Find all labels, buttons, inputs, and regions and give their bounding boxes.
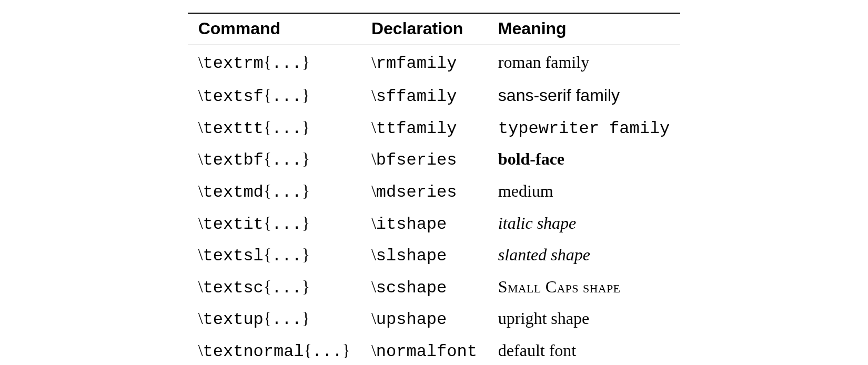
table-row: \textsc{...}\scshapeSmall Caps shape bbox=[188, 275, 681, 307]
declaration-name: slshape bbox=[376, 246, 447, 266]
cell-command: \textsf{...} bbox=[188, 84, 361, 116]
cell-meaning: bold-face bbox=[488, 147, 680, 179]
cell-meaning: typewriter family bbox=[488, 116, 680, 148]
cell-meaning: default font bbox=[488, 339, 680, 365]
table-row: \textup{...}\upshapeupright shape bbox=[188, 307, 681, 339]
command-name: textrm bbox=[203, 54, 264, 73]
table-row: \texttt{...}\ttfamilytypewriter family bbox=[188, 116, 681, 148]
col-header-command: Command bbox=[188, 13, 361, 45]
declaration-name: mdseries bbox=[376, 182, 457, 202]
declaration-name: rmfamily bbox=[376, 54, 457, 73]
cell-command: \textmd{...} bbox=[188, 179, 361, 211]
table-row: \textnormal{...}\normalfontdefault font bbox=[188, 339, 681, 365]
cell-meaning: medium bbox=[488, 179, 680, 211]
table-row: \textbf{...}\bfseriesbold-face bbox=[188, 147, 681, 179]
command-name: texttt bbox=[203, 119, 264, 138]
cell-meaning: upright shape bbox=[488, 307, 680, 339]
table-row: \textmd{...}\mdseriesmedium bbox=[188, 179, 681, 211]
declaration-name: upshape bbox=[376, 310, 447, 329]
cell-declaration: \sffamily bbox=[361, 84, 488, 116]
table-row: \textsf{...}\sffamilysans-serif family bbox=[188, 84, 681, 116]
cell-command: \textup{...} bbox=[188, 307, 361, 339]
table-row: \textit{...}\itshapeitalic shape bbox=[188, 211, 681, 244]
command-name: textsc bbox=[203, 278, 264, 298]
cell-declaration: \scshape bbox=[361, 275, 488, 307]
cell-declaration: \slshape bbox=[361, 243, 488, 275]
cell-declaration: \bfseries bbox=[361, 147, 488, 179]
declaration-name: ttfamily bbox=[376, 119, 457, 138]
cell-meaning: roman family bbox=[488, 45, 680, 84]
table-row: \textrm{...}\rmfamilyroman family bbox=[188, 45, 681, 84]
cell-declaration: \rmfamily bbox=[361, 45, 488, 84]
cell-command: \textrm{...} bbox=[188, 45, 361, 84]
cell-declaration: \ttfamily bbox=[361, 116, 488, 148]
declaration-name: scshape bbox=[376, 278, 447, 298]
command-name: textmd bbox=[203, 182, 264, 202]
command-name: textup bbox=[203, 310, 264, 329]
cell-command: \textbf{...} bbox=[188, 147, 361, 179]
declaration-name: normalfont bbox=[376, 342, 477, 361]
cell-meaning: italic shape bbox=[488, 211, 680, 244]
cell-command: \texttt{...} bbox=[188, 116, 361, 148]
cell-meaning: slanted shape bbox=[488, 243, 680, 275]
declaration-name: bfseries bbox=[376, 150, 457, 170]
table-header-row: Command Declaration Meaning bbox=[188, 13, 681, 45]
cell-command: \textsc{...} bbox=[188, 275, 361, 307]
command-name: textsf bbox=[203, 87, 264, 106]
declaration-name: itshape bbox=[376, 215, 447, 234]
command-name: textsl bbox=[203, 246, 264, 266]
cell-command: \textit{...} bbox=[188, 211, 361, 244]
cell-declaration: \mdseries bbox=[361, 179, 488, 211]
table-row: \textsl{...}\slshapeslanted shape bbox=[188, 243, 681, 275]
command-name: textit bbox=[203, 215, 264, 234]
cell-declaration: \normalfont bbox=[361, 339, 488, 365]
cell-declaration: \upshape bbox=[361, 307, 488, 339]
col-header-meaning: Meaning bbox=[488, 13, 680, 45]
font-commands-table: Command Declaration Meaning \textrm{...}… bbox=[188, 13, 681, 365]
command-name: textbf bbox=[203, 150, 264, 170]
cell-meaning: sans-serif family bbox=[488, 84, 680, 116]
cell-declaration: \itshape bbox=[361, 211, 488, 244]
declaration-name: sffamily bbox=[376, 87, 457, 106]
cell-command: \textnormal{...} bbox=[188, 339, 361, 365]
cell-command: \textsl{...} bbox=[188, 243, 361, 275]
cell-meaning: Small Caps shape bbox=[488, 275, 680, 307]
command-name: textnormal bbox=[203, 342, 304, 361]
col-header-declaration: Declaration bbox=[361, 13, 488, 45]
